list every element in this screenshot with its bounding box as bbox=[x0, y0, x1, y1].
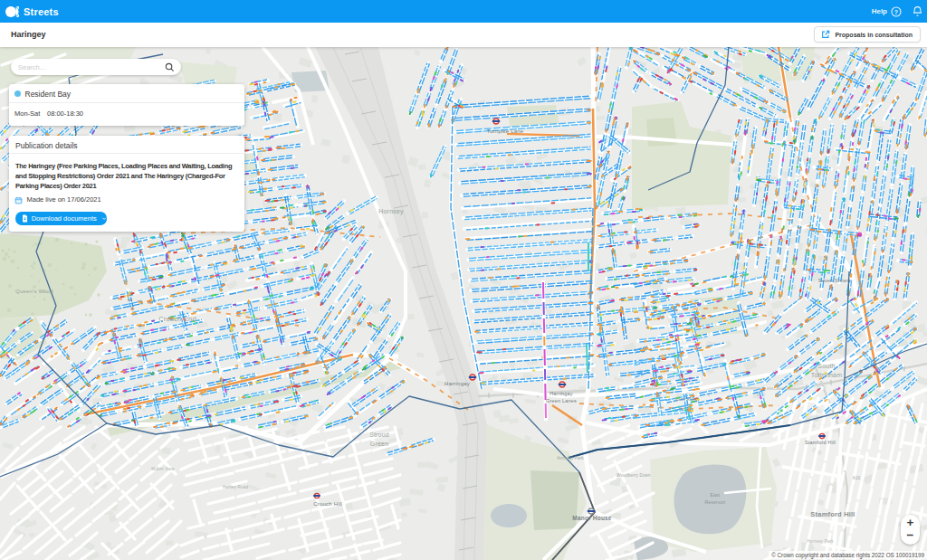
svg-text:Stroud: Stroud bbox=[369, 432, 389, 438]
svg-text:Mount View: Mount View bbox=[151, 467, 175, 471]
svg-text:Reservoir: Reservoir bbox=[704, 499, 725, 505]
svg-text:Manor House: Manor House bbox=[572, 515, 612, 521]
svg-text:Turnpike Lane: Turnpike Lane bbox=[487, 128, 524, 134]
svg-text:Amhurst Park: Amhurst Park bbox=[557, 456, 584, 460]
svg-text:Stamford Hill: Stamford Hill bbox=[805, 440, 836, 445]
svg-text:East: East bbox=[711, 492, 721, 498]
svg-text:Stamford Hill: Stamford Hill bbox=[810, 510, 855, 518]
svg-text:Seven Sisters: Seven Sisters bbox=[818, 278, 852, 283]
svg-text:Crouch Hill: Crouch Hill bbox=[313, 501, 342, 507]
svg-text:Hornsey Park: Hornsey Park bbox=[807, 539, 834, 544]
svg-text:Hornsey: Hornsey bbox=[378, 208, 404, 215]
svg-text:Hanley Road: Hanley Road bbox=[223, 485, 249, 489]
svg-text:Crouch End: Crouch End bbox=[158, 315, 196, 323]
svg-text:Queen's Wood: Queen's Wood bbox=[15, 289, 53, 294]
svg-text:Eade Road: Eade Road bbox=[675, 397, 698, 402]
svg-text:Green Lanes: Green Lanes bbox=[546, 398, 577, 403]
svg-text:Harringay: Harringay bbox=[444, 381, 470, 386]
svg-text:?: ? bbox=[894, 8, 898, 14]
svg-text:A10: A10 bbox=[853, 476, 861, 480]
svg-text:South: South bbox=[817, 363, 835, 369]
svg-text:Tottenham: Tottenham bbox=[811, 372, 843, 378]
svg-text:Harringay: Harringay bbox=[550, 391, 573, 396]
svg-text:Woodberry Down: Woodberry Down bbox=[616, 473, 651, 478]
svg-text:Green: Green bbox=[370, 441, 388, 447]
